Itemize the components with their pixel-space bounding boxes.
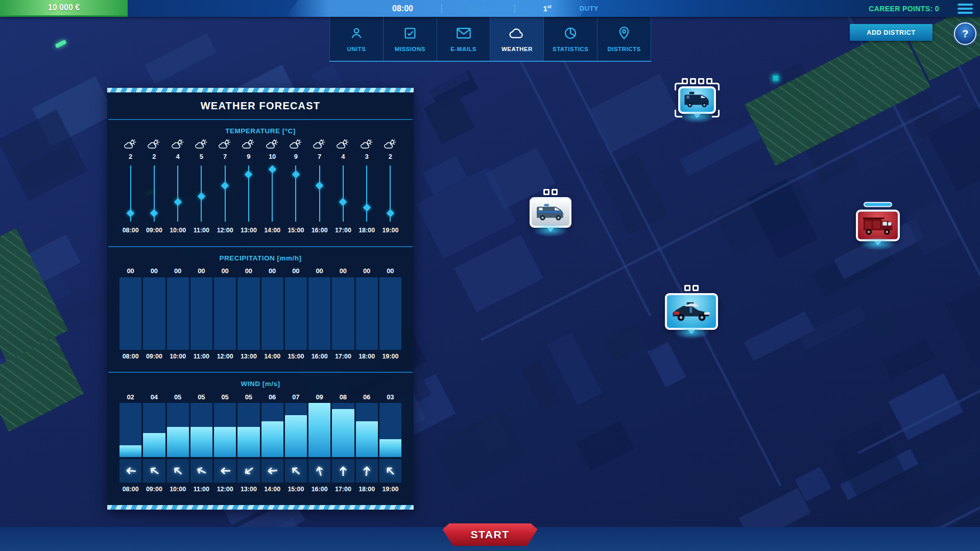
temperature-icons-row — [107, 138, 414, 150]
time-label: 16:00 — [308, 350, 330, 363]
tab-missions[interactable]: MISSIONS — [384, 17, 437, 61]
temperature-value: 2 — [143, 150, 165, 162]
wind-value: 07 — [285, 391, 307, 403]
wind-arrow-icon — [214, 459, 236, 483]
time-label: 11:00 — [190, 224, 212, 237]
precipitation-value: 00 — [190, 265, 212, 277]
wind-arrow-icon — [143, 459, 165, 483]
temperature-value: 9 — [285, 150, 307, 162]
time-label: 16:00 — [308, 483, 330, 496]
building — [432, 409, 527, 492]
wind-bar — [356, 403, 378, 457]
weather-forecast-panel: WEATHER FORECAST TEMPERATURE [°C] 224579… — [107, 88, 414, 510]
temperature-label: TEMPERATURE [°C] — [107, 123, 414, 138]
wind-arrow-icon — [332, 459, 354, 483]
time-label: 12:00 — [214, 350, 236, 363]
temperature-point — [214, 163, 236, 224]
temperature-value: 3 — [356, 150, 378, 162]
time-label: 14:00 — [261, 350, 283, 363]
precipitation-value: 00 — [261, 265, 283, 277]
temperature-value: 10 — [261, 150, 283, 162]
wind-values-row: 020405050505060709080603 — [107, 391, 414, 403]
wind-arrow-icon — [285, 459, 307, 483]
time-label: 14:00 — [261, 224, 283, 237]
precipitation-bar — [167, 277, 189, 350]
wind-bar — [261, 403, 283, 457]
precipitation-bar — [285, 277, 307, 350]
tab-districts[interactable]: DISTRICTS — [597, 17, 651, 61]
wind-arrow-icon — [356, 459, 378, 483]
money-display[interactable]: 10 000 € — [0, 0, 128, 17]
temperature-point — [332, 163, 354, 224]
building — [867, 312, 897, 339]
separator — [514, 5, 515, 13]
tab-units[interactable]: UNITS — [329, 17, 384, 61]
start-button[interactable]: START — [443, 523, 538, 546]
money-value: 10 000 € — [48, 3, 80, 12]
tab-statistics[interactable]: STATISTICS — [544, 17, 597, 61]
hamburger-menu-icon[interactable] — [958, 3, 973, 15]
marker-ambulance[interactable] — [678, 78, 716, 118]
tab-label: E-MAILS — [450, 46, 476, 52]
temperature-value: 5 — [190, 150, 212, 162]
day-label: 1st — [543, 4, 551, 13]
temperature-point — [379, 163, 401, 224]
building — [145, 33, 217, 84]
wind-bar — [214, 403, 236, 457]
precipitation-bar — [237, 277, 259, 350]
add-district-button[interactable]: ADD DISTRICT — [850, 24, 933, 41]
unit-count-squares — [682, 78, 712, 84]
precipitation-value: 00 — [119, 265, 141, 277]
partly-cloudy-icon — [119, 138, 141, 150]
unit-count-squares — [684, 285, 699, 291]
precipitation-value: 00 — [214, 265, 236, 277]
building — [904, 197, 962, 256]
temperature-point — [119, 163, 141, 224]
temperature-section: TEMPERATURE [°C] 2245791097432 08:0009:0… — [107, 120, 414, 246]
clock-time: 08:00 — [392, 4, 413, 13]
tab-emails[interactable]: E-MAILS — [437, 17, 491, 61]
temperature-point — [190, 163, 212, 224]
time-date-cluster: 08:00 MAR 1st DUTY — [388, 0, 603, 17]
map-signal-glow — [55, 39, 66, 48]
separator — [441, 5, 442, 13]
career-points: CAREER POINTS: 0 — [869, 0, 939, 17]
temperature-point — [237, 163, 259, 224]
time-label: 09:00 — [143, 350, 165, 363]
time-label: 17:00 — [332, 483, 354, 496]
partly-cloudy-icon — [285, 138, 307, 150]
precipitation-section: PRECIPITATION [mm/h] 0000000000000000000… — [107, 247, 414, 372]
partly-cloudy-icon — [143, 138, 165, 150]
building — [944, 275, 980, 363]
temperature-value: 2 — [119, 150, 141, 162]
marker-police-van[interactable] — [530, 189, 571, 232]
time-label: 11:00 — [190, 483, 212, 496]
temperature-point — [261, 163, 283, 224]
time-label: 15:00 — [285, 350, 307, 363]
wind-bar — [379, 403, 401, 457]
help-button[interactable]: ? — [954, 22, 976, 45]
precipitation-chart — [107, 277, 414, 350]
partly-cloudy-icon — [379, 138, 401, 150]
partly-cloudy-icon — [214, 138, 236, 150]
wind-value: 05 — [237, 391, 259, 403]
wind-arrow-icon — [190, 459, 212, 483]
tab-label: MISSIONS — [395, 46, 425, 52]
time-label: 15:00 — [285, 224, 307, 237]
marker-police-car[interactable] — [665, 285, 718, 334]
wind-value: 03 — [379, 391, 401, 403]
marker-fire-truck[interactable] — [856, 202, 900, 246]
status-bar — [864, 202, 892, 207]
wind-value: 09 — [308, 391, 330, 403]
time-label: 08:00 — [119, 224, 141, 237]
wind-value: 06 — [261, 391, 283, 403]
person-icon — [349, 26, 364, 42]
fire-truck-icon — [861, 213, 895, 238]
wind-bar — [237, 403, 259, 457]
marker-glow — [674, 326, 709, 339]
wind-bar — [119, 403, 141, 457]
time-label: 19:00 — [379, 350, 401, 363]
temperature-value: 2 — [379, 150, 401, 162]
tab-weather[interactable]: WEATHER — [490, 17, 544, 61]
temperature-chart — [107, 163, 414, 224]
